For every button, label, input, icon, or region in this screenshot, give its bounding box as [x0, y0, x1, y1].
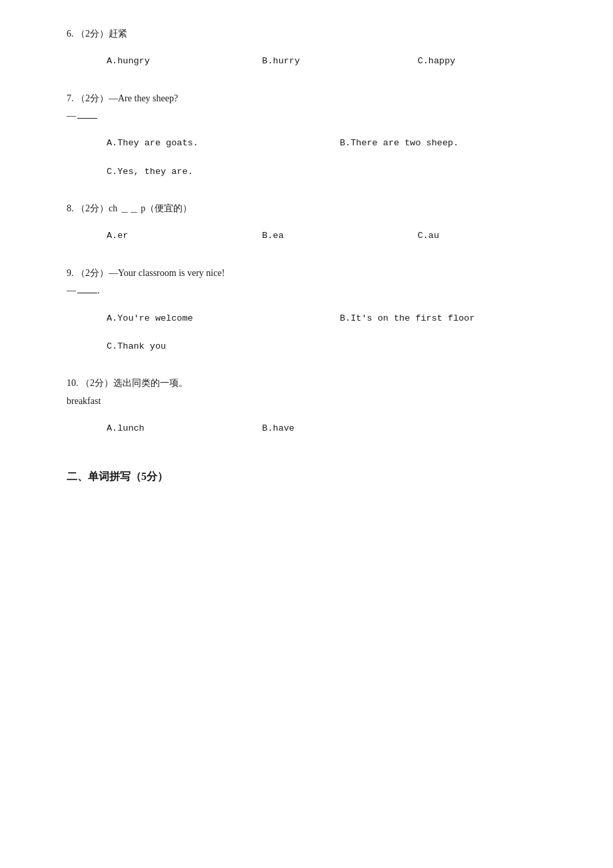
- question-9-title: 9. （2分）—Your classroom is very nice!: [67, 266, 573, 281]
- question-6: 6. （2分）赶紧 A.hungry B.hurry C.happy: [67, 27, 573, 70]
- question-8-title: 8. （2分）ch ＿＿ p（便宜的）: [67, 201, 573, 216]
- question-10-subtitle: breakfast: [67, 394, 573, 409]
- option-10-b: B.have: [262, 421, 417, 437]
- question-8: 8. （2分）ch ＿＿ p（便宜的） A.er B.ea C.au: [67, 201, 573, 245]
- question-10-title: 10. （2分）选出同类的一项。: [67, 376, 573, 391]
- section-2: 二、单词拼写（5分）: [67, 470, 573, 484]
- question-7: 7. （2分）—Are they sheep? — A.They are goa…: [67, 91, 573, 180]
- option-7-a: A.They are goats.: [107, 135, 340, 151]
- question-9-options: A.You're welcome B.It's on the first flo…: [67, 311, 573, 355]
- question-6-title: 6. （2分）赶紧: [67, 27, 573, 41]
- question-8-options: A.er B.ea C.au: [67, 228, 573, 244]
- option-8-c: C.au: [418, 228, 573, 244]
- question-7-title: 7. （2分）—Are they sheep?: [67, 91, 573, 106]
- question-7-options: A.They are goats. B.There are two sheep.…: [67, 135, 573, 180]
- question-9: 9. （2分）—Your classroom is very nice! —. …: [67, 266, 573, 355]
- option-8-a: A.er: [107, 228, 262, 244]
- option-7-b: B.There are two sheep.: [340, 135, 573, 151]
- question-9-subtitle: —.: [67, 283, 573, 298]
- option-9-b: B.It's on the first floor: [340, 311, 573, 327]
- option-6-a: A.hungry: [107, 53, 262, 69]
- option-9-a: A.You're welcome: [107, 311, 340, 327]
- question-10: 10. （2分）选出同类的一项。 breakfast A.lunch B.hav…: [67, 376, 573, 437]
- section-2-title: 二、单词拼写（5分）: [67, 470, 573, 484]
- question-10-options: A.lunch B.have: [67, 421, 573, 437]
- option-6-c: C.happy: [418, 53, 573, 69]
- option-6-b: B.hurry: [262, 53, 417, 69]
- question-6-options: A.hungry B.hurry C.happy: [67, 53, 573, 69]
- option-9-c: C.Thank you: [107, 339, 340, 355]
- question-7-subtitle: —: [67, 109, 573, 123]
- option-7-c: C.Yes, they are.: [107, 164, 340, 180]
- option-8-b: B.ea: [262, 228, 417, 244]
- option-10-placeholder: [418, 421, 573, 437]
- option-10-a: A.lunch: [107, 421, 262, 437]
